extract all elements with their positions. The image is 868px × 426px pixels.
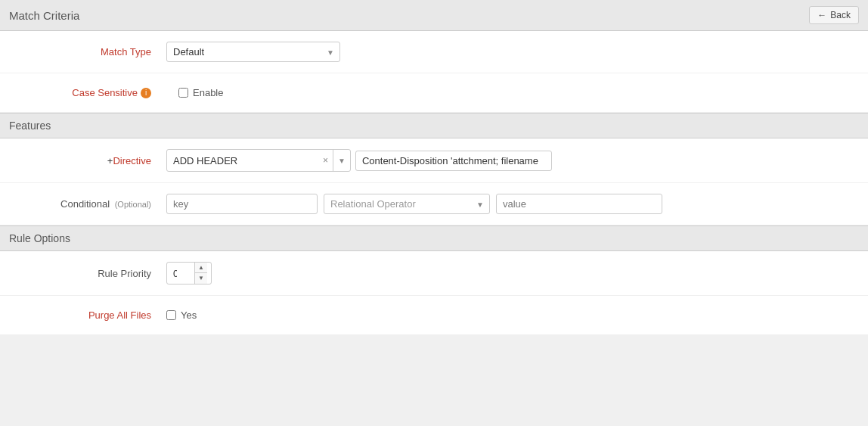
directive-label: Directive	[113, 155, 151, 166]
case-sensitive-checkbox[interactable]	[178, 88, 188, 98]
relational-operator-select-wrapper: Relational Operator Equals Not Equals Co…	[324, 194, 490, 214]
page-title-bar: Match Criteria ← Back	[0, 0, 868, 31]
case-sensitive-controls: Enable	[178, 87, 223, 98]
features-section: + Directive ADD HEADER REMOVE HEADER SET…	[0, 138, 868, 225]
rule-priority-spinner-buttons: ▲ ▼	[194, 263, 207, 284]
features-section-header: Features	[0, 113, 868, 138]
rule-priority-up-button[interactable]: ▲	[195, 263, 207, 273]
rule-priority-row: Rule Priority ▲ ▼	[0, 251, 868, 296]
case-sensitive-row: Case Sensitive i Enable	[0, 73, 868, 113]
features-section-label: Features	[9, 120, 51, 132]
back-arrow-icon: ←	[817, 10, 826, 20]
directive-dropdown-button[interactable]: ▼	[333, 150, 350, 171]
rule-priority-down-button[interactable]: ▼	[195, 273, 207, 284]
case-sensitive-checkbox-label[interactable]: Enable	[193, 87, 223, 98]
directive-label-wrapper: + Directive	[15, 155, 166, 166]
purge-all-files-controls: Yes	[166, 309, 197, 321]
rule-priority-stepper: ▲ ▼	[166, 262, 212, 285]
case-sensitive-label: Case Sensitive	[72, 87, 141, 98]
conditional-optional-label: (Optional)	[115, 200, 151, 209]
conditional-key-input[interactable]	[166, 194, 318, 214]
rule-options-section: Rule Priority ▲ ▼ Purge All Files Yes	[0, 251, 868, 335]
case-sensitive-label-wrapper: Case Sensitive i	[15, 87, 166, 98]
conditional-row: Conditional (Optional) Relational Operat…	[0, 183, 868, 225]
match-type-row: Match Type Default Exact Prefix Suffix C…	[0, 31, 868, 73]
match-type-select[interactable]: Default Exact Prefix Suffix Contains Reg…	[166, 42, 340, 62]
directive-text-input[interactable]	[355, 151, 552, 171]
match-type-select-wrapper: Default Exact Prefix Suffix Contains Reg…	[166, 42, 340, 62]
purge-all-files-checkbox-label[interactable]: Yes	[181, 309, 197, 321]
rule-priority-label: Rule Priority	[15, 268, 166, 279]
directive-select-wrapper: ADD HEADER REMOVE HEADER SET HEADER REDI…	[166, 149, 351, 172]
directive-row: + Directive ADD HEADER REMOVE HEADER SET…	[0, 138, 868, 183]
conditional-controls: Relational Operator Equals Not Equals Co…	[166, 194, 662, 214]
purge-all-files-checkbox[interactable]	[166, 310, 176, 320]
back-button-label: Back	[830, 10, 851, 20]
directive-plus-icon[interactable]: +	[107, 155, 113, 166]
conditional-label: Conditional	[60, 198, 110, 210]
case-sensitive-info-icon[interactable]: i	[141, 88, 151, 98]
directive-controls: ADD HEADER REMOVE HEADER SET HEADER REDI…	[166, 149, 552, 172]
page-title: Match Criteria	[9, 9, 79, 22]
purge-all-files-row: Purge All Files Yes	[0, 296, 868, 335]
conditional-value-input[interactable]	[496, 194, 662, 214]
relational-operator-select[interactable]: Relational Operator Equals Not Equals Co…	[324, 194, 490, 214]
back-button[interactable]: ← Back	[809, 6, 859, 24]
rule-options-section-header: Rule Options	[0, 225, 868, 251]
match-criteria-section: Match Type Default Exact Prefix Suffix C…	[0, 31, 868, 113]
directive-select[interactable]: ADD HEADER REMOVE HEADER SET HEADER REDI…	[167, 151, 318, 170]
rule-options-section-label: Rule Options	[9, 232, 70, 244]
purge-all-files-label: Purge All Files	[15, 309, 166, 321]
conditional-label-wrapper: Conditional (Optional)	[15, 198, 166, 210]
rule-priority-input[interactable]	[167, 265, 194, 282]
match-type-label: Match Type	[15, 46, 166, 58]
directive-clear-button[interactable]: ×	[318, 150, 333, 171]
